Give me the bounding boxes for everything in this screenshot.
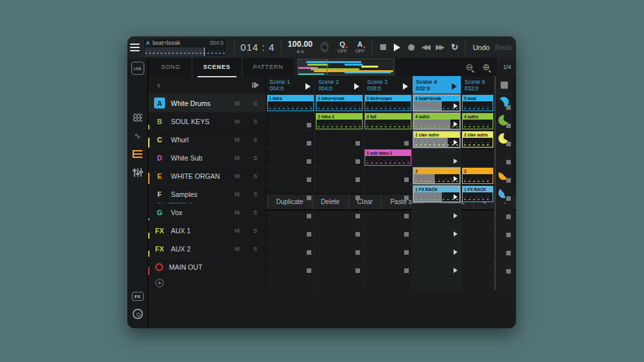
solo-button[interactable]: S — [251, 136, 260, 143]
mute-button[interactable]: M — [233, 209, 242, 216]
menu-icon[interactable] — [127, 44, 143, 51]
mute-button[interactable]: M — [233, 227, 242, 234]
scene-play-icon[interactable] — [452, 83, 457, 90]
clip[interactable]: 4 beat+break — [413, 95, 460, 111]
clip-stop-button[interactable] — [404, 141, 409, 146]
scene-header[interactable]: Scene 3008:0 — [364, 76, 413, 94]
clip-stop-button[interactable] — [307, 232, 311, 237]
undo-button[interactable]: Undo — [469, 44, 493, 51]
position-display[interactable]: 014 : 4 — [238, 42, 277, 53]
empty-cell[interactable] — [364, 258, 413, 276]
clip-cell[interactable]: 3 sub bass-1 — [364, 149, 413, 166]
mute-button[interactable]: M — [233, 246, 242, 252]
scene-play-icon[interactable] — [403, 83, 408, 90]
clip-stop-button[interactable] — [307, 141, 311, 146]
empty-cell[interactable] — [413, 258, 461, 276]
mute-button[interactable]: M — [233, 118, 242, 125]
mute-button[interactable]: M — [233, 100, 242, 107]
clip-stop-button[interactable] — [307, 177, 311, 182]
clip-stop-button[interactable] — [355, 268, 360, 273]
track-header[interactable]: MAIN OUT — [148, 258, 266, 276]
track-header[interactable]: DWhite SubMS — [148, 149, 266, 166]
record-button[interactable] — [404, 40, 419, 55]
mute-button[interactable]: M — [233, 155, 242, 161]
clip[interactable]: 2 — [462, 168, 493, 184]
clip-cell[interactable]: 1 FX RACK — [413, 185, 461, 203]
track-stop-button[interactable] — [506, 269, 511, 274]
clip-stop-button[interactable] — [404, 250, 409, 255]
empty-cell[interactable] — [266, 240, 315, 257]
scene-header[interactable]: Scene 8032:0 — [461, 76, 495, 94]
scene-header[interactable]: Scene 1004:0 — [266, 76, 315, 94]
clip[interactable]: 1 intro — [267, 95, 314, 111]
empty-cell[interactable] — [364, 131, 413, 148]
track-stop-button[interactable] — [506, 251, 511, 255]
empty-cell[interactable] — [266, 167, 315, 185]
clip-stop-button[interactable] — [307, 268, 311, 273]
ableton-link-button[interactable]: Link — [131, 62, 144, 75]
scene-header[interactable]: Scene 4032:0 — [413, 76, 461, 94]
overview-loop-region[interactable] — [145, 47, 205, 56]
empty-cell[interactable] — [315, 185, 364, 203]
clip-cell[interactable]: 2 — [413, 167, 461, 185]
track-stop-button[interactable] — [506, 196, 511, 201]
empty-cell[interactable] — [364, 222, 413, 239]
track-stop-button[interactable] — [506, 142, 511, 146]
zoom-out-icon[interactable]: ⊖ — [466, 62, 474, 72]
clip[interactable]: 4 outro — [413, 113, 460, 129]
clip-stop-button[interactable] — [355, 214, 360, 218]
clip-stop-button[interactable] — [404, 214, 409, 218]
song-view-icon[interactable] — [131, 148, 144, 160]
solo-button[interactable]: S — [251, 246, 260, 252]
scene-header[interactable]: Scene 2004:0 — [315, 76, 364, 94]
empty-cell[interactable] — [266, 258, 315, 276]
empty-cell[interactable] — [461, 222, 495, 239]
track-header[interactable]: AWhite DrumsMS — [148, 94, 266, 112]
empty-cell[interactable] — [461, 240, 495, 257]
empty-cell[interactable] — [364, 203, 413, 221]
stop-all-button[interactable] — [501, 81, 508, 88]
clip-stop-button[interactable] — [307, 159, 311, 164]
clip-stop-button[interactable] — [404, 177, 409, 182]
empty-cell[interactable] — [266, 131, 315, 148]
clip-stop-button[interactable] — [307, 123, 311, 127]
clip-stop-button[interactable] — [404, 232, 409, 237]
track-header[interactable]: FXAUX 2MS — [148, 240, 266, 257]
clip[interactable]: 2 clav outro — [413, 131, 460, 148]
clip-stop-button[interactable] — [404, 196, 409, 200]
clip-cell[interactable]: 2 clav outro — [461, 131, 495, 148]
solo-button[interactable]: S — [251, 173, 260, 179]
track-stop-button[interactable] — [506, 123, 511, 128]
track-stop-button[interactable] — [506, 233, 511, 237]
scroll-left-button[interactable]: ‹ — [157, 80, 160, 90]
mute-button[interactable]: M — [233, 136, 242, 143]
clip-cell[interactable]: 4 beat+break — [413, 94, 461, 112]
mute-button[interactable]: M — [233, 191, 242, 198]
quantize-display[interactable]: 1/4 — [498, 58, 516, 76]
empty-cell[interactable] — [413, 240, 461, 257]
solo-button[interactable]: S — [251, 209, 260, 216]
zoom-in-icon[interactable]: ⊕ — [482, 62, 490, 72]
clip[interactable]: 2 — [413, 168, 460, 184]
clip-stop-button[interactable] — [355, 141, 360, 146]
clip[interactable]: 2 clav outro — [462, 131, 493, 148]
clip[interactable]: 4 outro — [462, 113, 493, 129]
empty-cell[interactable] — [364, 240, 413, 257]
empty-cell[interactable] — [315, 240, 364, 257]
empty-cell[interactable] — [315, 131, 364, 148]
clip-cell[interactable]: 4 outro — [413, 112, 461, 130]
mute-button[interactable]: M — [233, 173, 242, 179]
track-stop-button[interactable] — [506, 178, 511, 183]
track-header[interactable]: BSOUL KEYSMS — [148, 112, 266, 130]
automation-button[interactable]: A OFF — [355, 41, 365, 54]
fx-panel-button[interactable]: FX — [132, 292, 144, 301]
clip-stop-button[interactable] — [307, 196, 311, 200]
tab-pattern[interactable]: PATTERN — [242, 58, 295, 76]
clip-stop-button[interactable] — [307, 214, 311, 218]
empty-cell[interactable] — [364, 185, 413, 203]
track-header[interactable]: CWhurlMS — [148, 131, 266, 148]
clip-stop-button[interactable] — [355, 232, 360, 237]
clip[interactable]: 2 intro 2 — [316, 113, 363, 129]
empty-cell[interactable] — [461, 258, 495, 276]
solo-button[interactable]: S — [251, 118, 260, 125]
